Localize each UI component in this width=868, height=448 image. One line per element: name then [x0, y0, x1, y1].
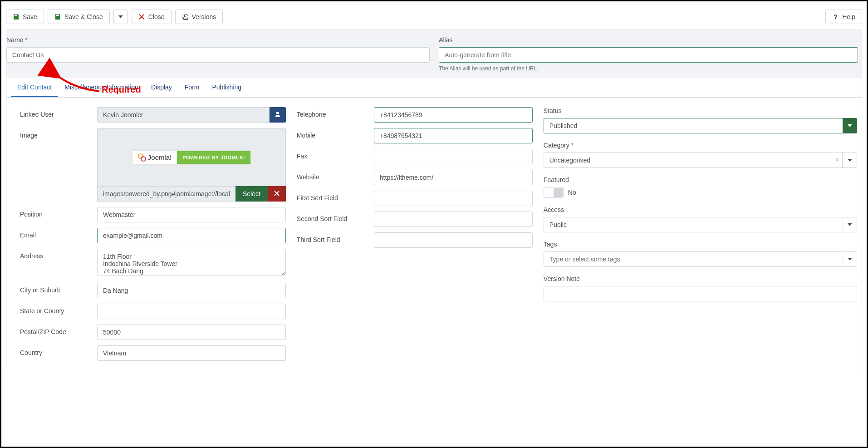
sort1-input[interactable] [374, 191, 533, 206]
content: Linked User Image [6, 98, 862, 371]
image-label: Image [20, 128, 97, 139]
chevron-down-icon [848, 258, 852, 261]
city-label: City or Suburb [20, 283, 97, 294]
toolbar: Save Save & Close Close Versions ? Help [6, 6, 862, 30]
sort3-label: Third Sort Field [297, 232, 374, 243]
city-input[interactable] [97, 283, 286, 298]
sort3-input[interactable] [374, 232, 533, 248]
featured-text: No [568, 189, 576, 196]
fax-label: Fax [297, 149, 374, 160]
tags-input[interactable] [544, 251, 843, 267]
save-close-button[interactable]: Save & Close [48, 10, 110, 24]
save-button[interactable]: Save [6, 10, 44, 24]
mobile-label: Mobile [297, 128, 374, 139]
state-label: State or County [20, 304, 97, 315]
chevron-down-icon [848, 124, 852, 127]
country-input[interactable] [97, 345, 286, 361]
access-select[interactable]: Public [544, 217, 843, 232]
image-select-button[interactable]: Select [235, 186, 268, 202]
category-select[interactable]: Uncategorised ✕ [544, 153, 857, 168]
postal-label: Postal/ZIP Code [20, 325, 97, 335]
versions-button[interactable]: Versions [175, 10, 223, 24]
save-label: Save [23, 13, 37, 20]
email-label: Email [20, 228, 97, 239]
save-icon [54, 14, 61, 20]
column-right: Status Published Category * Uncategorise… [544, 107, 857, 366]
joomla-icon [138, 153, 146, 162]
save-icon [13, 14, 19, 20]
joomla-logo: Joomla! [132, 151, 177, 164]
name-input[interactable] [6, 47, 430, 63]
status-caret[interactable] [843, 118, 857, 133]
alias-hint: The Alias will be used as part of the UR… [439, 65, 858, 72]
status-label: Status [544, 107, 857, 114]
status-select[interactable]: Published [544, 118, 843, 133]
column-middle: Telephone Mobile Fax Website First Sort … [297, 107, 533, 366]
address-label: Address [20, 249, 97, 260]
close-icon [138, 14, 145, 20]
tab-publishing[interactable]: Publishing [206, 78, 248, 97]
chevron-down-icon [118, 15, 123, 18]
postal-input[interactable] [97, 325, 286, 340]
mobile-input[interactable] [374, 128, 533, 143]
country-label: Country [20, 345, 97, 356]
tags-label: Tags [544, 241, 857, 248]
save-close-label: Save & Close [64, 13, 103, 20]
tabs: Edit Contact Miscellaneous Information D… [6, 78, 862, 98]
email-input[interactable] [97, 228, 286, 243]
versions-icon [182, 14, 188, 20]
featured-toggle[interactable] [544, 187, 564, 198]
telephone-label: Telephone [297, 107, 374, 118]
category-label: Category * [544, 142, 857, 149]
access-label: Access [544, 206, 857, 213]
column-left: Linked User Image [20, 107, 286, 366]
linked-user-select-button[interactable] [270, 107, 286, 123]
website-input[interactable] [374, 170, 533, 185]
category-caret[interactable] [842, 153, 857, 167]
name-label: Name * [6, 36, 430, 44]
sort2-input[interactable] [374, 212, 533, 227]
linked-user-label: Linked User [20, 107, 97, 118]
website-label: Website [297, 170, 374, 181]
chevron-down-icon [848, 159, 852, 162]
telephone-input[interactable] [374, 107, 533, 123]
joomla-text: Joomla! [148, 153, 172, 161]
close-icon [274, 190, 280, 197]
tab-misc-info[interactable]: Miscellaneous Information [58, 78, 145, 97]
featured-label: Featured [544, 176, 857, 183]
image-clear-button[interactable] [268, 186, 286, 202]
versions-label: Versions [192, 13, 216, 20]
help-label: Help [842, 13, 855, 20]
close-label: Close [148, 13, 165, 20]
joomla-badge: Joomla! POWERED BY JOOMLA! [132, 150, 251, 165]
help-button[interactable]: ? Help [825, 10, 862, 24]
image-path-input[interactable]: images/powered_by.png#joomlaImage://loca… [97, 186, 235, 202]
tab-form[interactable]: Form [178, 78, 206, 97]
sort1-label: First Sort Field [297, 191, 374, 202]
header-area: Name * Alias The Alias will be used as p… [6, 30, 862, 98]
access-caret[interactable] [843, 217, 857, 232]
category-value: Uncategorised [544, 153, 832, 167]
image-preview: Joomla! POWERED BY JOOMLA! [97, 128, 286, 186]
close-button[interactable]: Close [132, 10, 172, 24]
fax-input[interactable] [374, 149, 533, 164]
linked-user-input[interactable] [97, 107, 270, 123]
address-textarea[interactable] [97, 249, 286, 276]
tags-caret[interactable] [843, 251, 857, 267]
alias-input[interactable] [439, 47, 858, 63]
save-dropdown-button[interactable] [113, 10, 128, 24]
version-note-input[interactable] [544, 286, 857, 301]
alias-label: Alias [439, 36, 858, 44]
position-label: Position [20, 207, 97, 218]
sort2-label: Second Sort Field [297, 212, 374, 222]
position-input[interactable] [97, 207, 286, 222]
category-clear-icon[interactable]: ✕ [832, 153, 842, 167]
joomla-powered-text: POWERED BY JOOMLA! [177, 151, 250, 164]
tab-edit-contact[interactable]: Edit Contact [11, 78, 58, 97]
user-icon [275, 111, 281, 119]
chevron-down-icon [848, 223, 852, 226]
state-input[interactable] [97, 304, 286, 319]
help-icon: ? [832, 14, 839, 20]
tab-display[interactable]: Display [145, 78, 178, 97]
version-note-label: Version Note [544, 275, 857, 282]
